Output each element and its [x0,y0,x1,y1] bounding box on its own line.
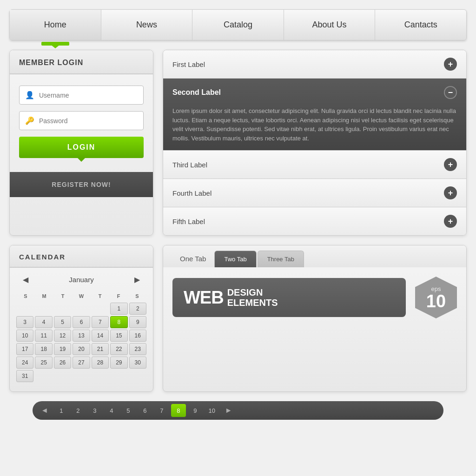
cal-day-15[interactable]: 15 [110,330,127,342]
username-field[interactable]: 👤 [19,86,144,105]
cal-day-3[interactable]: 3 [16,316,33,328]
page-10[interactable]: 10 [205,404,219,417]
accordion-item-5: Fifth Label + [163,207,466,235]
page-8[interactable]: 8 [171,404,186,417]
nav-item-home[interactable]: Home [10,10,101,40]
accordion-minus-2[interactable]: − [444,86,457,99]
username-input[interactable] [39,92,138,99]
accordion-plus-3[interactable]: + [444,158,457,171]
eps-number: 10 [426,292,446,310]
nav-item-about[interactable]: About Us [284,10,376,40]
cal-day-5[interactable]: 5 [54,316,71,328]
cal-day-8[interactable]: 8 [110,316,127,328]
next-month-button[interactable]: ▶ [131,273,144,286]
day-name-s1: S [16,291,35,301]
password-field[interactable]: 🔑 [19,111,144,130]
accordion-plus-1[interactable]: + [444,58,457,71]
calendar-nav: ◀ January ▶ [10,268,153,291]
accordion-header-3[interactable]: Third Label + [163,151,466,178]
cal-day-28[interactable]: 28 [92,357,109,369]
cal-day-7[interactable]: 7 [92,316,109,328]
bottom-row: CALENDAR ◀ January ▶ S M T W T F S 12345… [9,245,467,392]
eps-label: eps [431,285,441,292]
cal-empty [54,303,71,315]
accordion-header-4[interactable]: Fourth Label + [163,179,466,207]
cal-day-19[interactable]: 19 [54,343,71,355]
lock-icon: 🔑 [25,116,34,125]
page-1[interactable]: 1 [54,404,69,417]
register-link[interactable]: REGISTER NOW! [52,181,111,188]
cal-day-14[interactable]: 14 [92,330,109,342]
page-3[interactable]: 3 [87,404,102,417]
cal-day-29[interactable]: 29 [110,357,127,369]
nav-label-news: News [136,20,157,30]
cal-day-2[interactable]: 2 [129,303,146,315]
cal-day-31[interactable]: 31 [16,370,33,382]
tab-three[interactable]: Three Tab [258,251,304,267]
page-5[interactable]: 5 [121,404,136,417]
next-page-button[interactable]: ► [221,404,236,416]
cal-day-23[interactable]: 23 [129,343,146,355]
password-input[interactable] [39,117,138,125]
nav-item-contacts[interactable]: Cantacts [375,10,466,40]
accordion-header-5[interactable]: Fifth Label + [163,207,466,235]
day-name-f: F [109,291,128,301]
page-9[interactable]: 9 [188,404,203,417]
accordion-label-3: Third Label [172,161,207,169]
cal-day-24[interactable]: 24 [16,357,33,369]
cal-day-20[interactable]: 20 [73,343,90,355]
accordion-item-2: Second Label − Lorem ipsum dolor sit ame… [163,79,466,151]
cal-day-22[interactable]: 22 [110,343,127,355]
cal-day-9[interactable]: 9 [129,316,146,328]
accordion-plus-5[interactable]: + [444,215,457,228]
design-elements-text: DESIGN ELEMENTS [227,287,278,308]
login-header: MEMBER LOGIN [10,50,153,74]
cal-empty [35,303,52,315]
cal-day-4[interactable]: 4 [35,316,52,328]
page-6[interactable]: 6 [138,404,152,417]
eps-badge: eps 10 [415,277,457,318]
prev-page-button[interactable]: ◄ [37,404,52,416]
login-button[interactable]: LOGIN [19,137,144,158]
cal-day-30[interactable]: 30 [129,357,146,369]
login-footer: REGISTER NOW! [10,172,153,197]
middle-row: MEMBER LOGIN 👤 🔑 LOGIN REGISTER NOW! Fir… [9,50,467,236]
accordion-label-2: Second Label [172,88,221,97]
cal-day-13[interactable]: 13 [73,330,90,342]
navigation-bar: Home News Catalog About Us Cantacts [9,9,467,40]
web-design-banner: WEB DESIGN ELEMENTS [172,278,406,317]
cal-day-21[interactable]: 21 [92,343,109,355]
cal-day-25[interactable]: 25 [35,357,52,369]
cal-day-10[interactable]: 10 [16,330,33,342]
calendar-header: CALENDAR [10,245,153,268]
accordion-header-1[interactable]: First Label + [163,50,466,78]
nav-item-catalog[interactable]: Catalog [192,10,284,40]
nav-item-news[interactable]: News [101,10,193,40]
tab-one[interactable]: One Tab [172,250,213,267]
cal-day-16[interactable]: 16 [129,330,146,342]
accordion-panel: First Label + Second Label − Lorem ipsum… [163,50,467,236]
cal-day-27[interactable]: 27 [73,357,90,369]
calendar-title: CALENDAR [19,253,66,261]
cal-day-17[interactable]: 17 [16,343,33,355]
accordion-header-2[interactable]: Second Label − [163,79,466,106]
cal-day-6[interactable]: 6 [73,316,90,328]
login-title: MEMBER LOGIN [19,59,83,66]
prev-month-button[interactable]: ◀ [19,273,32,286]
cal-day-1[interactable]: 1 [110,303,127,315]
page-2[interactable]: 2 [71,404,86,417]
calendar-grid: S M T W T F S 12345678910111213141516171… [10,291,153,382]
accordion-item-1: First Label + [163,50,466,79]
cal-day-11[interactable]: 11 [35,330,52,342]
nav-label-catalog: Catalog [224,20,252,30]
accordion-plus-4[interactable]: + [444,186,457,199]
accordion-label-1: First Label [172,60,205,68]
page-7[interactable]: 7 [154,404,169,417]
cal-day-12[interactable]: 12 [54,330,71,342]
pagination-container: ◄ 1 2 3 4 5 6 7 8 9 10 ► [9,401,467,420]
cal-day-18[interactable]: 18 [35,343,52,355]
day-name-t1: T [53,291,72,301]
cal-day-26[interactable]: 26 [54,357,71,369]
tab-two[interactable]: Two Tab [214,251,256,267]
page-4[interactable]: 4 [104,404,119,417]
